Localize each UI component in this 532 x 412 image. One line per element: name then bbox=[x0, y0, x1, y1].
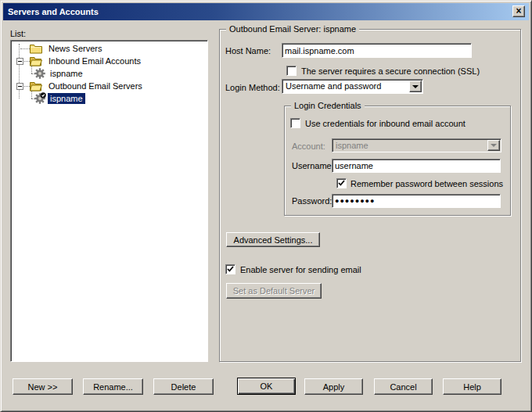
ok-button-label: OK bbox=[261, 382, 273, 391]
dropdown-button bbox=[487, 140, 500, 151]
tree-row-outbound-ispname[interactable]: ispname bbox=[13, 92, 206, 105]
login-method-select[interactable]: Username and password bbox=[282, 79, 423, 94]
close-icon: × bbox=[516, 5, 521, 16]
rename-button[interactable]: Rename... bbox=[83, 378, 143, 395]
set-default-server-button: Set as Default Server bbox=[226, 283, 322, 299]
list-label: List: bbox=[10, 29, 26, 39]
help-button-label: Help bbox=[463, 382, 481, 392]
cancel-button[interactable]: Cancel bbox=[374, 378, 433, 395]
account-label: Account: bbox=[292, 142, 325, 152]
account-value: ispname bbox=[336, 141, 368, 151]
gear-check-icon bbox=[34, 92, 46, 106]
tree-item-label-selected[interactable]: ispname bbox=[48, 93, 85, 104]
tree-connector-line bbox=[20, 48, 30, 49]
chevron-down-icon bbox=[412, 85, 419, 88]
login-method-label: Login Method: bbox=[225, 83, 280, 93]
minus-icon bbox=[18, 86, 22, 87]
new-button[interactable]: New >> bbox=[13, 378, 73, 395]
minus-icon bbox=[18, 61, 22, 62]
login-method-value: Username and password bbox=[286, 81, 381, 91]
tree-row-inbound-email-accounts[interactable]: Inbound Email Accounts bbox=[13, 55, 206, 67]
remember-password-label[interactable]: Remember password between sessions bbox=[350, 179, 503, 189]
account-select: ispname bbox=[332, 138, 501, 152]
outbound-server-group-legend: Outbound Email Server: ispname bbox=[226, 24, 359, 34]
check-icon bbox=[227, 266, 234, 273]
delete-button[interactable]: Delete bbox=[153, 378, 214, 395]
collapse-toggle[interactable] bbox=[16, 83, 23, 90]
tree-connector-line bbox=[24, 86, 30, 87]
delete-button-label: Delete bbox=[171, 382, 196, 392]
host-name-input[interactable] bbox=[282, 43, 472, 58]
chevron-down-icon bbox=[491, 144, 497, 147]
new-button-label: New >> bbox=[28, 382, 58, 392]
window-title: Servers and Accounts bbox=[8, 7, 99, 16]
enable-server-label[interactable]: Enable server for sending email bbox=[240, 265, 361, 275]
close-button[interactable]: × bbox=[512, 5, 525, 17]
username-label: Username: bbox=[292, 161, 334, 171]
apply-button[interactable]: Apply bbox=[304, 378, 363, 395]
dropdown-button[interactable] bbox=[409, 81, 422, 92]
tree-row-news-servers[interactable]: News Servers bbox=[13, 42, 206, 55]
host-name-label: Host Name: bbox=[225, 46, 271, 56]
tree-connector-line bbox=[31, 90, 32, 99]
ssl-checkbox[interactable] bbox=[286, 66, 297, 76]
tree-connector-line bbox=[24, 61, 30, 62]
tree-row-outbound-email-servers[interactable]: Outbound Email Servers bbox=[13, 80, 206, 92]
cancel-button-label: Cancel bbox=[390, 382, 416, 392]
set-default-server-label: Set as Default Server bbox=[233, 286, 315, 296]
username-input[interactable] bbox=[332, 159, 501, 173]
tree-item-label[interactable]: News Servers bbox=[46, 43, 104, 54]
login-credentials-legend: Login Credentials bbox=[291, 101, 365, 111]
tree-row-inbound-ispname[interactable]: ispname bbox=[13, 67, 206, 80]
collapse-toggle[interactable] bbox=[16, 58, 23, 65]
remember-password-checkbox[interactable] bbox=[336, 178, 347, 188]
rename-button-label: Rename... bbox=[93, 382, 133, 392]
title-bar[interactable]: Servers and Accounts bbox=[3, 3, 529, 20]
enable-server-checkbox[interactable] bbox=[225, 264, 235, 274]
use-inbound-credentials-label[interactable]: Use credentials for inbound email accoun… bbox=[305, 119, 466, 129]
advanced-settings-label: Advanced Settings... bbox=[234, 235, 313, 245]
ok-button[interactable]: OK bbox=[237, 378, 296, 395]
password-label: Password: bbox=[292, 196, 332, 206]
server-tree: News Servers Inbound Email Accounts bbox=[10, 40, 208, 362]
password-input[interactable] bbox=[332, 194, 501, 208]
ssl-checkbox-label[interactable]: The server requires a secure connection … bbox=[301, 66, 480, 77]
advanced-settings-button[interactable]: Advanced Settings... bbox=[226, 232, 320, 247]
folder-closed-icon bbox=[30, 43, 42, 56]
servers-and-accounts-dialog: Servers and Accounts × List: News Server… bbox=[0, 0, 532, 412]
apply-button-label: Apply bbox=[323, 382, 345, 392]
tree-item-label[interactable]: Inbound Email Accounts bbox=[46, 56, 143, 66]
tree-item-label[interactable]: ispname bbox=[48, 68, 85, 79]
help-button[interactable]: Help bbox=[443, 378, 501, 395]
use-inbound-credentials-checkbox[interactable] bbox=[290, 118, 300, 128]
tree-connector-line bbox=[31, 65, 32, 73]
tree-item-label[interactable]: Outbound Email Servers bbox=[46, 81, 145, 91]
check-icon bbox=[338, 180, 345, 187]
